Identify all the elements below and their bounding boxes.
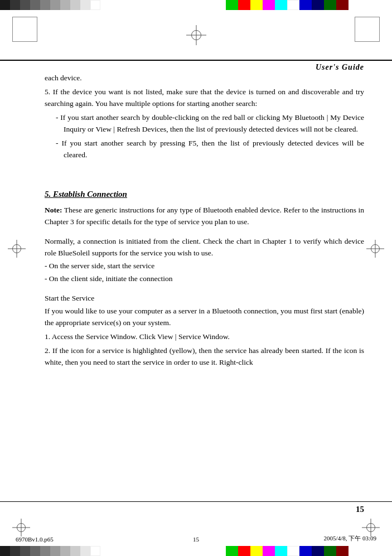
crosshair-left-margin bbox=[8, 240, 26, 258]
crosshair-right-margin bbox=[366, 240, 384, 258]
bullet-client-side: - On the client side, initiate the conne… bbox=[45, 273, 364, 285]
top-color-bar bbox=[0, 0, 392, 10]
note-paragraph: Note: These are generic instructions for… bbox=[45, 205, 364, 228]
crosshair-top-center bbox=[186, 25, 206, 45]
subheading-start-service: Start the Service bbox=[45, 293, 364, 304]
bullet-f5: - If you start another search by pressin… bbox=[56, 138, 364, 161]
bottom-color-bar bbox=[0, 546, 392, 556]
main-content: each device. 5. If the device you want i… bbox=[45, 72, 364, 500]
para-each-device: each device. bbox=[45, 72, 364, 84]
bottom-line: 15 bbox=[0, 501, 392, 514]
bullet-server-side: - On the server side, start the service bbox=[45, 260, 364, 272]
para-2-if-icon: 2. If the icon for a service is highligh… bbox=[45, 345, 364, 369]
footer-text-center: 15 bbox=[193, 536, 199, 543]
footer-text-right: 2005/4/8, 下午 03:09 bbox=[324, 534, 376, 543]
reg-mark-box-top-right bbox=[355, 17, 380, 42]
para-1-access: 1. Access the Service Window. Click View… bbox=[45, 331, 364, 343]
para-if-you-would: If you would like to use your computer a… bbox=[45, 306, 364, 329]
para-normally: Normally, a connection is initiated from… bbox=[45, 236, 364, 259]
para-5-not-listed: 5. If the device you want is not listed,… bbox=[45, 86, 364, 110]
reg-mark-box-top-left bbox=[12, 17, 37, 42]
crosshair-footer-left bbox=[12, 519, 30, 536]
page-number: 15 bbox=[356, 505, 364, 514]
section-heading-establish-connection: 5. Establish Connection bbox=[45, 190, 364, 199]
top-registration-area bbox=[0, 10, 392, 60]
bullet-double-click: - If you start another search by double-… bbox=[56, 112, 364, 136]
header-title: User's Guide bbox=[316, 63, 364, 72]
note-label: Note: bbox=[45, 206, 62, 214]
footer-text-left: 6970Bv1.0.p65 bbox=[16, 536, 54, 543]
header-line: User's Guide bbox=[0, 60, 392, 72]
note-text: These are generic instructions for any t… bbox=[45, 206, 364, 226]
footer-area: 6970Bv1.0.p65 15 2005/4/8, 下午 03:09 bbox=[0, 514, 392, 546]
